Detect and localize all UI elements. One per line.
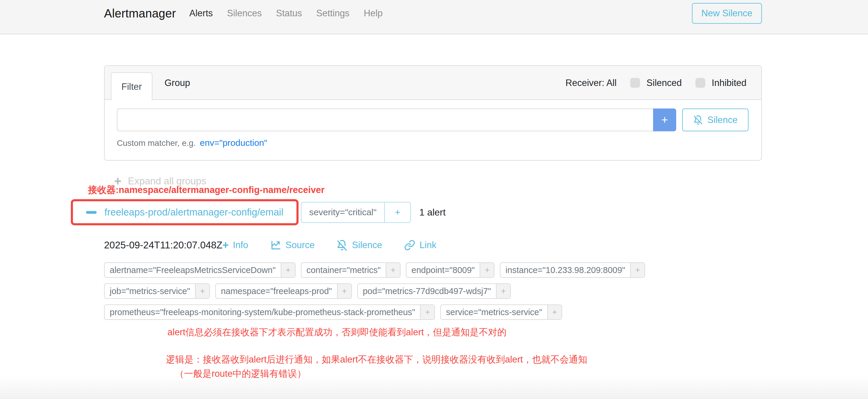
label-tag-text[interactable]: alertname="FreeleapsMetricsServiceDown" [105,263,281,277]
group-matcher-label[interactable]: severity="critical" [302,203,384,222]
bottom-shadow [0,375,868,399]
receiver-filter-dropdown[interactable]: Receiver: All [566,78,617,88]
bell-slash-icon [337,240,348,251]
add-matcher-button[interactable]: + [653,109,677,131]
label-add-button[interactable]: + [281,263,295,277]
label-add-button[interactable]: + [630,263,645,277]
label-tag-text[interactable]: container="metrics" [302,263,386,277]
label-tag-text[interactable]: service="metrics-service" [441,305,547,319]
alert-link-button[interactable]: Link [404,240,436,251]
group-matcher-chip: severity="critical" + [301,202,411,223]
alert-labels-row: job="metrics-service"+ namespace="freele… [104,283,511,299]
alert-link-label: Link [420,240,436,250]
label-add-button[interactable]: + [337,284,351,298]
annotation-receiver-note: 接收器:namespace/altermanager-config-name/r… [88,184,324,196]
alert-header-row: 2025-09-24T11:20:07.048Z + Info Source S… [104,240,436,251]
label-tag: instance="10.233.98.209:8009"+ [500,262,645,278]
silenced-checkbox[interactable] [630,78,640,88]
alert-source-link[interactable]: Source [270,240,314,251]
label-tag-text[interactable]: prometheus="freeleaps-monitoring-system/… [105,305,420,319]
matcher-hint-text: Custom matcher, e.g. [117,139,196,148]
label-tag: alertname="FreeleapsMetricsServiceDown"+ [104,262,296,278]
navbar-inner: Alertmanager Alerts Silences Status Sett… [104,0,762,27]
chart-line-icon [270,240,281,251]
alert-timestamp: 2025-09-24T11:20:07.048Z [104,240,222,251]
alert-count: 1 alert [419,207,445,218]
label-tag-text[interactable]: pod="metrics-77d9cdb497-wdsj7" [358,284,496,298]
label-tag: pod="metrics-77d9cdb497-wdsj7"+ [357,283,511,299]
filter-card-header: Filter Group Receiver: All Silenced Inhi… [105,66,761,100]
filter-card: Filter Group Receiver: All Silenced Inhi… [104,65,762,161]
label-tag-text[interactable]: job="metrics-service" [105,284,195,298]
label-tag-text[interactable]: instance="10.233.98.209:8009" [500,263,630,277]
nav-item-help[interactable]: Help [364,8,383,19]
filter-card-body: + Silence Custom matcher, e.g. env="prod… [105,100,761,148]
inhibited-checkbox[interactable] [695,78,705,88]
group-matcher-add-button[interactable]: + [385,203,410,222]
label-tag: endpoint="8009"+ [406,262,494,278]
nav-item-alerts[interactable]: Alerts [189,8,213,19]
silence-filter-button[interactable]: Silence [682,109,748,131]
silenced-label: Silenced [647,78,682,88]
alert-silence-button[interactable]: Silence [337,240,382,251]
alert-labels-row: prometheus="freeleaps-monitoring-system/… [104,304,562,320]
alert-labels-row: alertname="FreeleapsMetricsServiceDown"+… [104,262,645,278]
label-tag: job="metrics-service"+ [104,283,210,299]
label-add-button[interactable]: + [479,263,494,277]
inhibited-filter[interactable]: Inhibited [695,78,746,88]
alert-group-row: freeleaps-prod/alertmanager-config/email… [71,198,445,226]
label-add-button[interactable]: + [420,305,434,319]
new-silence-button[interactable]: New Silence [692,3,762,24]
top-navbar: Alertmanager Alerts Silences Status Sett… [0,0,868,34]
label-tag: namespace="freeleaps-prod"+ [215,283,351,299]
label-add-button[interactable]: + [496,284,510,298]
plus-icon: + [222,240,228,250]
annotation-alert-note: alert信息必须在接收器下才表示配置成功，否则即使能看到alert，但是通知是… [167,326,507,339]
alert-silence-label: Silence [352,240,382,250]
label-tag: container="metrics"+ [301,262,401,278]
receiver-group-toggle[interactable]: freeleaps-prod/alertmanager-config/email [71,199,299,225]
silenced-filter[interactable]: Silenced [630,78,682,88]
nav-item-status[interactable]: Status [276,8,302,19]
alert-source-label: Source [285,240,314,250]
nav-item-settings[interactable]: Settings [316,8,349,19]
matcher-input-row: + Silence [117,109,748,131]
collapse-minus-icon [86,211,97,214]
app-brand: Alertmanager [104,7,176,20]
label-tag: service="metrics-service"+ [440,304,562,320]
filter-header-controls: Receiver: All Silenced Inhibited [566,66,746,100]
tab-group[interactable]: Group [156,66,198,100]
label-tag: prometheus="freeleaps-monitoring-system/… [104,304,435,320]
tab-filter[interactable]: Filter [111,72,152,100]
annotation-logic-note-2: （一般是route中的逻辑有错误） [175,368,306,380]
label-tag-text[interactable]: endpoint="8009" [406,263,479,277]
matcher-hint: Custom matcher, e.g. env="production" [117,138,748,148]
label-tag-text[interactable]: namespace="freeleaps-prod" [216,284,337,298]
bell-slash-icon [693,115,703,125]
nav-item-silences[interactable]: Silences [227,8,262,19]
matcher-hint-example-link[interactable]: env="production" [200,138,267,148]
annotation-logic-note-1: 逻辑是：接收器收到alert后进行通知，如果alert不在接收器下，说明接收器没… [166,354,587,366]
silence-filter-label: Silence [707,115,738,125]
label-add-button[interactable]: + [195,284,209,298]
inhibited-label: Inhibited [712,78,746,88]
nav-links: Alerts Silences Status Settings Help [189,8,383,19]
label-add-button[interactable]: + [386,263,400,277]
alert-info-button[interactable]: + Info [222,240,248,250]
matcher-input[interactable] [117,109,653,131]
alert-info-label: Info [233,240,248,250]
label-add-button[interactable]: + [547,305,561,319]
link-icon [404,240,415,251]
receiver-group-name: freeleaps-prod/alertmanager-config/email [104,207,283,218]
